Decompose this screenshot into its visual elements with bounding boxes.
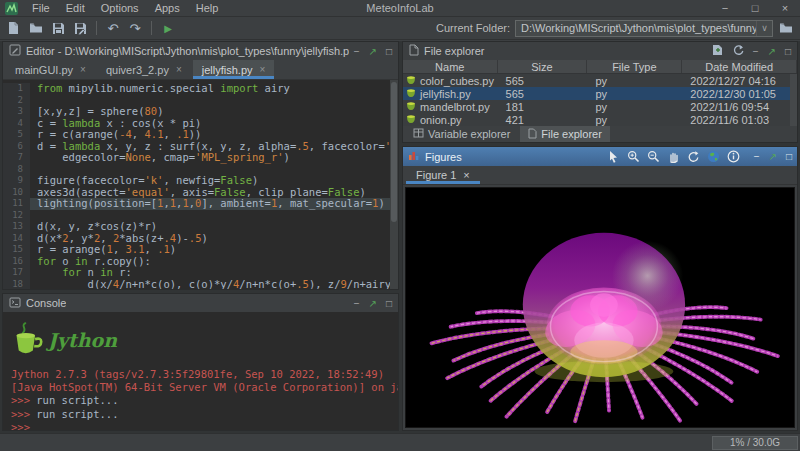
- minimize-icon[interactable]: −: [710, 2, 740, 14]
- pan-hand-icon[interactable]: [667, 150, 680, 163]
- status-bar: 1% / 30.0G: [0, 433, 800, 451]
- globe-icon[interactable]: [707, 150, 720, 163]
- float-icon[interactable]: ↗: [768, 46, 776, 57]
- line-number: 16: [3, 256, 30, 268]
- file-modified-cell: 2022/12/27 04:16: [682, 74, 797, 87]
- file-row-mandelbrot.py[interactable]: mandelbrot.py181py2022/11/6 09:54: [403, 100, 797, 113]
- editor-scrollbar-thumb[interactable]: [391, 82, 397, 222]
- console-icon: [9, 297, 21, 310]
- maximize-icon[interactable]: □: [386, 298, 392, 309]
- file-row-jellyfish.py[interactable]: jellyfish.py565py2022/12/30 01:05: [403, 87, 797, 100]
- current-folder-combobox[interactable]: D:\Working\MIScript\Jython\mis\plot_type…: [515, 20, 773, 37]
- maximize-icon[interactable]: □: [786, 151, 792, 162]
- code-line: 18 d(x/4/n+n*c(o), c(o)*y/4/n+n*c(o+.5),…: [3, 279, 398, 290]
- menu-item-edit[interactable]: Edit: [58, 1, 93, 15]
- code-line: 11lighting(position=[1,1,1,0], ambient=1…: [3, 198, 398, 210]
- editor-scrollbar[interactable]: [390, 80, 398, 289]
- column-header-size[interactable]: Size: [498, 60, 588, 73]
- file-name-cell: mandelbrot.py: [403, 100, 498, 113]
- figures-toolbar: [607, 150, 740, 163]
- tab-close-icon[interactable]: ×: [463, 169, 469, 181]
- file-size-cell: 181: [498, 100, 588, 113]
- run-script-icon[interactable]: ▶: [160, 20, 176, 36]
- explorer-tab-bar: Variable explorerFile explorer: [403, 126, 797, 142]
- line-number: 1: [3, 83, 30, 95]
- figure-1-tab[interactable]: Figure 1 ×: [406, 166, 480, 184]
- jython-logo-text: Jython: [48, 329, 117, 351]
- column-header-name[interactable]: Name: [403, 60, 498, 73]
- float-icon[interactable]: ↗: [769, 151, 777, 162]
- editor-tab-mainGUI.py[interactable]: mainGUI.py×: [6, 60, 95, 79]
- file-modified-cell: 2022/11/6 09:54: [682, 100, 797, 113]
- minimize-icon[interactable]: −: [354, 298, 360, 309]
- toolbar-separator: [151, 21, 152, 35]
- float-icon[interactable]: ↗: [369, 46, 377, 57]
- maximize-icon[interactable]: □: [785, 46, 791, 57]
- current-folder-value[interactable]: D:\Working\MIScript\Jython\mis\plot_type…: [516, 22, 756, 34]
- code-text: d(x/4/n+n*c(o), c(o)*y/4/n+n*c(o+.5), z/…: [30, 279, 398, 290]
- file-explorer-title: File explorer: [424, 45, 485, 57]
- file-type-cell: py: [587, 113, 682, 126]
- editor-title: Editor - D:\Working\MIScript\Jython\mis\…: [26, 45, 349, 57]
- tab-close-icon[interactable]: ×: [80, 64, 86, 75]
- file-table-header: NameSizeFile TypeDate Modified: [403, 60, 797, 74]
- redo-icon[interactable]: ↷: [127, 20, 143, 36]
- file-explorer-panel: File explorer − ↗ □ NameSizeFile: [402, 41, 798, 143]
- line-number: 17: [3, 267, 30, 279]
- float-icon[interactable]: ↗: [369, 298, 377, 309]
- column-header-file-type[interactable]: File Type: [587, 60, 682, 73]
- minimize-icon[interactable]: −: [354, 46, 360, 57]
- save-icon[interactable]: [50, 20, 66, 36]
- line-number: 4: [3, 118, 30, 130]
- browse-folder-icon[interactable]: [778, 20, 794, 36]
- tab-close-icon[interactable]: ×: [260, 64, 266, 75]
- zoom-out-icon[interactable]: [647, 150, 660, 163]
- figure-tab-label: Figure 1: [416, 169, 456, 181]
- code-area[interactable]: 1from mipylib.numeric.special import air…: [3, 80, 398, 289]
- file-type-cell: py: [587, 74, 682, 87]
- line-number: 7: [3, 152, 30, 164]
- file-explorer-header: File explorer − ↗ □: [403, 42, 797, 60]
- menu-item-file[interactable]: File: [24, 1, 58, 15]
- file-row-color_cubes.py[interactable]: color_cubes.py565py2022/12/27 04:16: [403, 74, 797, 87]
- open-folder-icon[interactable]: [28, 20, 44, 36]
- code-text: lighting(position=[1,1,1,0], ambient=1, …: [30, 198, 398, 210]
- cursor-icon[interactable]: [607, 150, 620, 163]
- new-file-icon[interactable]: [6, 20, 22, 36]
- tab-variable-explorer[interactable]: Variable explorer: [405, 126, 518, 142]
- refresh-icon[interactable]: [732, 44, 744, 58]
- maximize-icon[interactable]: □: [386, 46, 392, 57]
- save-as-icon[interactable]: [72, 20, 88, 36]
- menu-item-apps[interactable]: Apps: [147, 1, 188, 15]
- figures-panel: Figures − ↗ □: [402, 146, 798, 431]
- tab-file-explorer[interactable]: File explorer: [520, 126, 610, 142]
- editor-tab-jellyfish.py[interactable]: jellyfish.py×: [193, 60, 275, 79]
- file-table-scrollbar[interactable]: [790, 74, 797, 126]
- figures-chart-icon: [408, 150, 420, 163]
- close-icon[interactable]: ×: [770, 2, 800, 14]
- undo-icon[interactable]: ↶: [105, 20, 121, 36]
- menu-item-help[interactable]: Help: [188, 1, 227, 15]
- editor-panel-controls: − ↗ □: [354, 46, 392, 57]
- memory-indicator[interactable]: 1% / 30.0G: [712, 436, 798, 450]
- line-number: 6: [3, 141, 30, 153]
- file-table: NameSizeFile TypeDate Modified color_cub…: [403, 60, 797, 126]
- column-header-date-modified[interactable]: Date Modified: [682, 60, 797, 73]
- chevron-down-icon[interactable]: ∨: [756, 21, 772, 36]
- editor-tab-quiver3_2.py[interactable]: quiver3_2.py×: [97, 60, 191, 79]
- rotate-icon[interactable]: [687, 150, 700, 163]
- figure-canvas[interactable]: [405, 187, 795, 428]
- identify-info-icon[interactable]: [727, 150, 740, 163]
- zoom-in-icon[interactable]: [627, 150, 640, 163]
- file-row-onion.py[interactable]: onion.py421py2022/11/6 01:03: [403, 113, 797, 126]
- line-number: 3: [3, 106, 30, 118]
- new-document-icon[interactable]: [712, 44, 723, 58]
- tab-close-icon[interactable]: ×: [176, 64, 182, 75]
- console-output[interactable]: Jython Jython 2.7.3 (tags/v2.7.3:5f29801…: [3, 312, 398, 430]
- console-lines: Jython 2.7.3 (tags/v2.7.3:5f29801fe, Sep…: [11, 368, 390, 430]
- menu-item-options[interactable]: Options: [93, 1, 147, 15]
- maximize-icon[interactable]: □: [740, 2, 770, 14]
- minimize-icon[interactable]: −: [753, 46, 759, 57]
- editor-panel: Editor - D:\Working\MIScript\Jython\mis\…: [2, 41, 399, 290]
- minimize-icon[interactable]: −: [754, 151, 760, 162]
